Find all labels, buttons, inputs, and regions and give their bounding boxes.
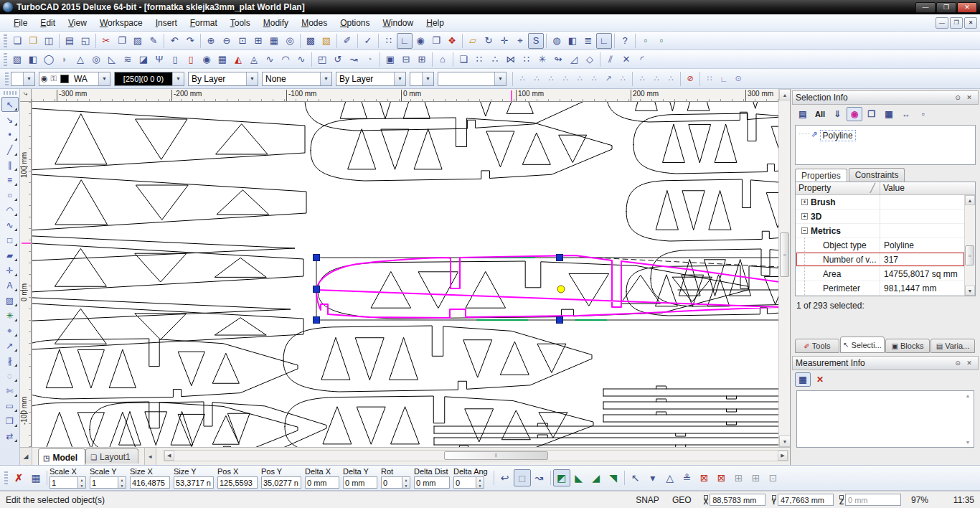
render-red-icon[interactable]: ❖ (444, 33, 460, 49)
tool-pan-zoom-icon[interactable]: ⇄ (1, 428, 19, 443)
spinner-icon[interactable]: ▲▼ (476, 476, 484, 489)
chevron-down-icon[interactable]: ▼ (494, 72, 506, 85)
field-pos-y[interactable] (261, 476, 301, 489)
field-scale-x[interactable] (50, 476, 78, 489)
coord-y-value[interactable]: 47,7663 mm (778, 494, 834, 506)
field-rot[interactable] (381, 476, 402, 489)
scroll-right-button[interactable]: ▶ (778, 451, 788, 461)
format-painter-icon[interactable]: ✎ (146, 33, 161, 49)
history-edit-icon[interactable]: ↩ (496, 469, 514, 486)
spline-3d-icon[interactable]: ∿ (293, 52, 309, 67)
intersect-2d-icon[interactable]: ⊞ (414, 52, 430, 67)
horizontal-ruler[interactable]: -300 mm-200 mm-100 mm0 mm100 mm200 mm300… (32, 89, 778, 102)
property-row[interactable]: Number of v...317 (796, 253, 964, 267)
tool-eraser-icon[interactable]: ◌ (1, 368, 19, 383)
new-icon[interactable]: ❏ (9, 33, 25, 49)
clear-measurements-icon[interactable]: ✕ (812, 372, 828, 387)
torus-icon[interactable]: ◎ (88, 52, 104, 67)
column-header-property[interactable]: Property ╱ (796, 182, 880, 194)
horizontal-scrollbar[interactable]: ◀ ⦀ ▶ (164, 450, 788, 461)
grid-scrollbar[interactable]: ▲ ≡ ▼ (964, 195, 975, 296)
tool-multiline-icon[interactable]: ≡ (1, 172, 19, 187)
cad-drawing[interactable] (32, 102, 778, 447)
tree-item-polyline[interactable]: Polyline (820, 130, 856, 141)
hemisphere-icon[interactable]: ◗ (57, 52, 72, 67)
spell-check-icon[interactable]: ✓ (360, 33, 376, 49)
tool-arc-icon[interactable]: ◠ (1, 202, 19, 217)
zoom-out-icon[interactable]: ⊖ (219, 33, 235, 49)
facet-icon[interactable]: ⌂ (435, 52, 451, 67)
dock-tab-blocks[interactable]: ▣Blocks (885, 339, 930, 353)
disc-icon[interactable]: ◉ (199, 52, 215, 67)
drawing-canvas[interactable] (32, 102, 778, 447)
tool-hatch-icon[interactable]: ▨ (1, 293, 19, 308)
mark-red-1-icon[interactable]: ⊠ (696, 469, 713, 486)
menu-window[interactable]: Window (377, 16, 420, 30)
chevron-down-icon[interactable]: ▼ (422, 72, 433, 85)
save-icon[interactable]: ◫ (41, 33, 57, 49)
toggle-geo[interactable]: GEO (666, 495, 698, 505)
measurement-list[interactable]: ▲▼ (796, 390, 974, 448)
chevron-down-icon[interactable]: ▼ (246, 72, 258, 85)
select-frame-icon[interactable]: ▫ (638, 33, 654, 49)
array-grid-icon[interactable]: ∷ (471, 52, 487, 67)
menu-modes[interactable]: Modes (295, 16, 334, 30)
ucs-icon-icon[interactable]: ∟ (596, 33, 612, 49)
vertical-scroll-thumb[interactable]: ≡ (780, 232, 789, 277)
sheet-tab-model[interactable]: ◳Model (38, 448, 85, 465)
column-header-value[interactable]: Value (880, 182, 975, 194)
show-table-icon[interactable]: ▦ (881, 107, 897, 121)
snap-angle-icon[interactable]: ∴ (616, 72, 630, 86)
style-combo[interactable]: ▼ (11, 72, 35, 86)
menu-help[interactable]: Help (420, 16, 451, 30)
print-preview-icon[interactable]: ◱ (77, 33, 93, 49)
scroll-up-button[interactable]: ▲ (779, 89, 791, 100)
snap-intersection-icon[interactable]: ∴ (587, 72, 601, 86)
vertical-ruler[interactable]: 100 mm0 mm-100 mm (20, 102, 32, 447)
tool-dimension-icon[interactable]: ↗ (1, 338, 19, 353)
all-icon[interactable]: All (812, 107, 828, 121)
menu-format[interactable]: Format (184, 16, 224, 30)
undo-icon[interactable]: ↶ (166, 33, 182, 49)
paste-icon[interactable]: ▨ (130, 33, 146, 49)
wedge-icon[interactable]: ◺ (104, 52, 120, 67)
zoom-level[interactable]: 97% (901, 495, 938, 505)
text-style-combo[interactable]: By Layer▼ (336, 72, 406, 86)
grid-scroll-down-button[interactable]: ▼ (965, 286, 975, 296)
highlight-icon[interactable]: ◉ (847, 107, 862, 121)
render-scene-icon[interactable]: ◧ (565, 33, 580, 49)
property-row[interactable]: Object typePolyline (796, 238, 964, 253)
property-row[interactable]: +3D (796, 210, 964, 224)
no-hints-icon[interactable]: ◻ (514, 469, 531, 486)
menu-tools[interactable]: Tools (224, 16, 257, 30)
measure-points-icon[interactable]: ↔ (898, 107, 914, 121)
mark-gray-2-icon[interactable]: ⊞ (748, 469, 765, 486)
property-row[interactable]: +Brush (796, 195, 964, 210)
chevron-down-icon[interactable]: ▼ (172, 72, 184, 85)
pin-icon[interactable]: ⊙ (952, 93, 963, 103)
mark-red-2-icon[interactable]: ⊠ (713, 469, 730, 486)
flexi-curve-icon[interactable]: ↝ (531, 469, 548, 486)
mouse-config-icon[interactable]: ◉ (413, 33, 428, 49)
spinner-icon[interactable]: ▲▼ (402, 476, 410, 489)
pen-color-combo[interactable]: [250](0 0 0)▼ (114, 72, 184, 86)
chevron-down-icon[interactable]: ▼ (320, 72, 331, 85)
show-table-icon[interactable]: ▦ (27, 469, 44, 486)
extrude-person-icon[interactable]: ≗ (679, 469, 696, 486)
selection-frame-icon[interactable]: ▫ (915, 107, 931, 121)
tool-knife-icon[interactable]: ✄ (1, 383, 19, 398)
spinner-icon[interactable]: ▲▼ (78, 476, 86, 489)
extra-combo-1[interactable]: ▼ (410, 72, 434, 86)
close-panel-icon[interactable]: ✕ (963, 358, 975, 368)
scroll-down-button[interactable]: ▼ (779, 436, 791, 447)
select-2d-mode-icon[interactable]: ◩ (553, 469, 570, 486)
chevron-down-icon[interactable]: ▼ (394, 72, 405, 85)
view-sheet-icon[interactable]: ▦ (266, 33, 282, 49)
layer-combo[interactable]: ◉⚿WA▼ (39, 72, 110, 86)
maximize-button[interactable]: ❐ (936, 2, 956, 13)
brush-style-icon[interactable]: ✐ (339, 33, 355, 49)
snap-vertex-icon[interactable]: ∴ (515, 72, 529, 86)
slice-icon[interactable]: ◪ (136, 52, 151, 67)
tool-copy-entity-icon[interactable]: ❐ (1, 413, 19, 428)
array-polar-icon[interactable]: ∴ (487, 52, 503, 67)
